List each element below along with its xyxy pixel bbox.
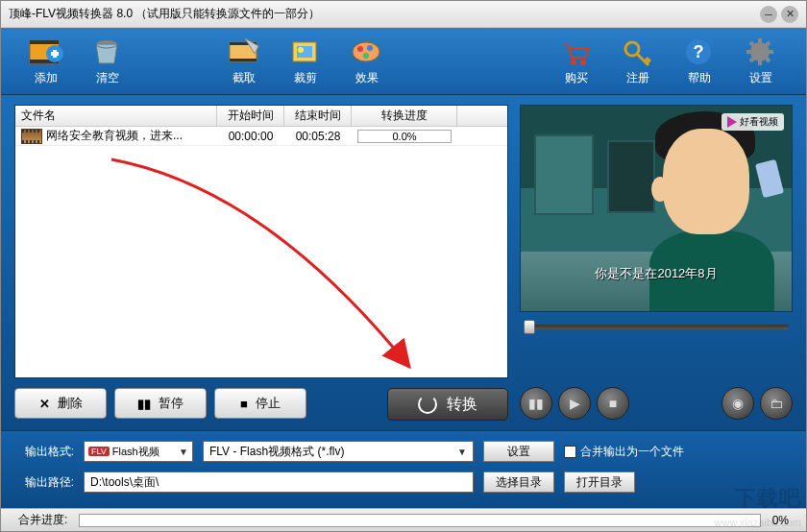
x-icon: ✕ [39,397,50,411]
cart-icon [558,36,595,67]
camera-button[interactable]: ◉ [721,387,754,420]
col-filename[interactable]: 文件名 [15,106,217,126]
row-end: 00:05:28 [284,130,352,143]
filmstrip-icon [21,129,42,144]
svg-rect-10 [230,59,257,61]
main-area: 文件名 开始时间 结束时间 转换进度 网络安全教育视频，进来... 00:00:… [1,95,806,430]
list-header: 文件名 开始时间 结束时间 转换进度 [15,106,507,127]
chevron-down-icon: ▼ [179,447,188,457]
register-label: 注册 [626,70,649,86]
file-list: 文件名 开始时间 结束时间 转换进度 网络安全教育视频，进来... 00:00:… [14,105,508,378]
row-start: 00:00:00 [217,130,284,143]
refresh-icon [418,395,437,414]
svg-rect-5 [53,50,57,58]
table-row[interactable]: 网络安全教育视频，进来... 00:00:00 00:05:28 0.0% [15,127,507,146]
settings-label: 设置 [749,70,772,86]
svg-point-18 [571,60,576,65]
folder-button[interactable]: 🗀 [760,387,793,420]
convert-button[interactable]: 转换 [387,388,508,421]
format-detail-select[interactable]: FLV - Flash视频格式 (*.flv) ▼ [203,441,474,462]
titlebar: 顶峰-FLV视频转换器 8.0 （试用版只能转换源文件的一部分） ─ ✕ [1,1,806,28]
flv-icon: FLV [88,447,110,456]
svg-point-17 [363,53,369,59]
seek-slider[interactable] [520,318,793,335]
trash-icon [89,36,126,67]
col-start[interactable]: 开始时间 [217,106,284,126]
output-panel: 输出格式: FLV Flash视频 ▼ FLV - Flash视频格式 (*.f… [1,430,806,508]
video-preview[interactable]: 好看视频 你是不是在2012年8月 [520,105,793,312]
merge-progress-bar [79,514,760,527]
svg-point-13 [298,47,304,53]
svg-point-16 [367,45,373,51]
pause-icon: ▮▮ [137,397,151,411]
left-panel: 文件名 开始时间 结束时间 转换进度 网络安全教育视频，进来... 00:00:… [14,105,508,421]
crop-button[interactable]: 裁剪 [283,36,328,86]
help-icon: ? [681,36,718,67]
stop-icon: ■ [240,397,248,411]
effect-label: 效果 [355,70,379,86]
svg-rect-1 [30,40,59,44]
minimize-button[interactable]: ─ [760,6,777,23]
choose-dir-button[interactable]: 选择目录 [483,472,554,493]
add-icon [28,36,64,67]
help-button[interactable]: ? 帮助 [677,36,721,86]
col-progress[interactable]: 转换进度 [352,106,457,126]
clear-button[interactable]: 清空 [86,36,130,86]
slider-thumb[interactable] [524,320,535,334]
path-label: 输出路径: [18,474,74,491]
player-stop-button[interactable]: ■ [597,387,629,420]
snapshot-icon [226,36,262,67]
merge-checkbox[interactable] [564,446,576,458]
video-watermark: 好看视频 [721,113,784,131]
window-title: 顶峰-FLV视频转换器 8.0 （试用版只能转换源文件的一部分） [9,6,760,22]
video-subtitle: 你是不是在2012年8月 [521,265,792,282]
statusbar: 合并进度: 0% [1,508,806,531]
open-dir-button[interactable]: 打开目录 [564,472,635,493]
crop-icon [287,36,324,67]
list-body[interactable]: 网络安全教育视频，进来... 00:00:00 00:05:28 0.0% [15,127,507,377]
key-icon [620,36,656,67]
snapshot-label: 截取 [232,70,256,86]
register-button[interactable]: 注册 [616,36,660,86]
effect-button[interactable]: 效果 [345,36,389,86]
action-row: ✕删除 ▮▮暂停 ■停止 转换 [14,388,508,421]
help-label: 帮助 [688,70,711,86]
snapshot-button[interactable]: 截取 [222,36,266,86]
format-category-select[interactable]: FLV Flash视频 ▼ [84,441,193,462]
clear-label: 清空 [96,70,119,86]
row-progress: 0.0% [357,130,452,143]
format-label: 输出格式: [18,444,74,460]
stop-button[interactable]: ■停止 [214,388,306,419]
svg-point-19 [580,60,586,65]
svg-point-15 [357,46,363,52]
app-window: 顶峰-FLV视频转换器 8.0 （试用版只能转换源文件的一部分） ─ ✕ 添加 … [0,0,807,532]
chevron-down-icon: ▼ [457,447,467,457]
format-settings-button[interactable]: 设置 [483,441,554,462]
output-path-input[interactable]: D:\tools\桌面\ [84,472,474,493]
settings-button[interactable]: 设置 [739,36,783,86]
annotation-arrow [92,150,438,377]
effect-icon [349,36,385,67]
gear-icon [743,36,779,67]
svg-point-20 [625,42,639,56]
add-button[interactable]: 添加 [24,36,68,86]
col-end[interactable]: 结束时间 [284,106,352,126]
toolbar: 添加 清空 截取 裁剪 效果 [1,28,806,95]
pause-button[interactable]: ▮▮暂停 [114,388,207,419]
merge-progress-label: 合并进度: [18,512,67,528]
player-pause-button[interactable]: ▮▮ [520,387,552,420]
player-play-button[interactable]: ▶ [558,387,591,420]
crop-label: 裁剪 [294,70,317,86]
merge-checkbox-wrap[interactable]: 合并输出为一个文件 [564,444,684,460]
close-button[interactable]: ✕ [781,6,798,23]
player-controls: ▮▮ ▶ ■ ◉ 🗀 [520,387,793,420]
right-panel: 好看视频 你是不是在2012年8月 ▮▮ ▶ ■ ◉ 🗀 [520,105,793,421]
buy-label: 购买 [565,70,588,86]
add-label: 添加 [35,70,58,86]
row-filename: 网络安全教育视频，进来... [46,128,183,144]
svg-text:?: ? [694,42,704,61]
delete-button[interactable]: ✕删除 [14,388,107,419]
merge-progress-percent: 0% [772,514,789,527]
buy-button[interactable]: 购买 [554,36,599,86]
